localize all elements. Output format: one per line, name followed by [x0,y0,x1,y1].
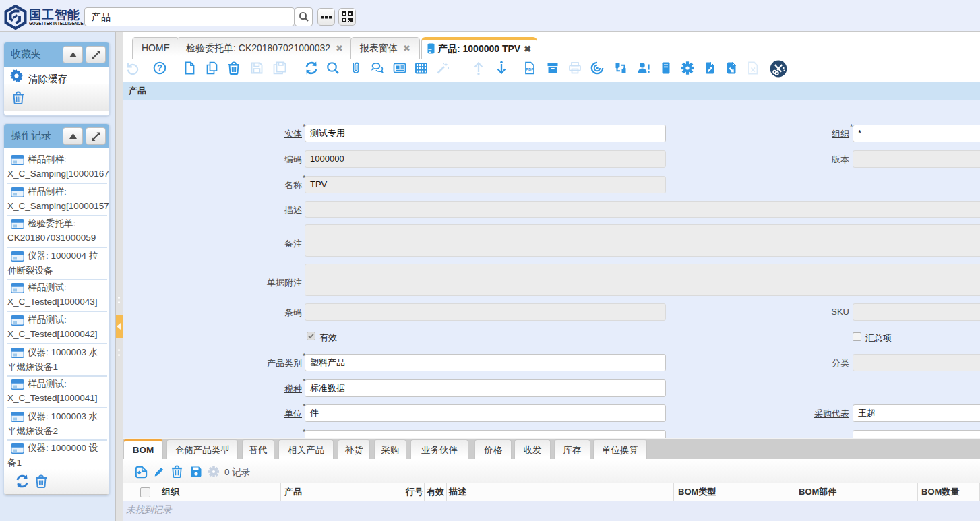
svg-text:?: ? [157,63,162,73]
svg-text:PDF: PDF [526,67,534,71]
